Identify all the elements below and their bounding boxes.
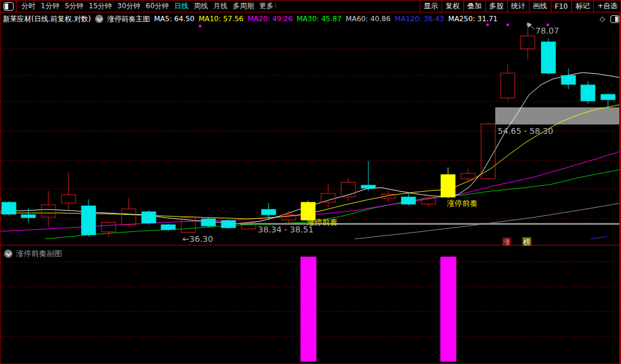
candle-up xyxy=(61,195,76,203)
ma-legend-item: MA20: 49.26 xyxy=(247,15,292,23)
candle-down xyxy=(201,219,215,226)
ma-legend-item: MA30: 45.87 xyxy=(297,15,342,23)
ma-legend-item: MA10: 57.56 xyxy=(198,15,243,23)
chart-legend-row: 新莱应材(日线.前复权.对数) 涨停前奏主图 MA5: 64.50MA10: 5… xyxy=(3,14,619,24)
signal-bar xyxy=(440,257,456,362)
ma-legend-item: MA120: 36.43 xyxy=(395,15,444,23)
main-indicator-label: 涨停前奏主图 xyxy=(107,14,150,24)
zhang-badge[interactable]: 涨 xyxy=(502,237,511,246)
ma-legend-item: MA250: 31.71 xyxy=(448,15,498,23)
menubar-divider xyxy=(16,1,17,12)
candle-down xyxy=(361,185,375,188)
sidebar-toggle-icon[interactable] xyxy=(4,2,14,11)
candle-down xyxy=(221,221,236,228)
ma-line-ma30 xyxy=(45,169,621,239)
ma-line-ma5 xyxy=(1,73,621,224)
chevron-down-icon[interactable] xyxy=(95,15,103,23)
menu-button-+自选[interactable]: +自选 xyxy=(593,1,621,12)
sub-chart-pane: 涨停前奏副图 xyxy=(1,245,621,363)
chevron-right-icon: 〉 xyxy=(274,3,280,9)
bang-badge[interactable]: 榜 xyxy=(522,237,531,246)
top-menubar: 分时1分钟5分钟15分钟30分钟60分钟日线周线月线多周期更多〉 显示复权叠加多… xyxy=(1,1,621,12)
menu-item-60分钟[interactable]: 60分钟 xyxy=(146,1,169,11)
candle-up xyxy=(122,209,136,225)
menu-item-更多[interactable]: 更多〉 xyxy=(259,1,280,11)
candle-down xyxy=(2,202,16,214)
symbol-title: 新莱应材(日线.前复权.对数) xyxy=(3,14,91,24)
menu-item-多周期[interactable]: 多周期 xyxy=(233,1,254,11)
candle-up xyxy=(321,194,335,202)
price-annotation: 78.07 xyxy=(535,26,559,35)
legend-corner: ◇ xyxy=(600,15,619,23)
candle-down xyxy=(262,209,276,215)
tools-menu: 显示复权叠加多股统计画线F10标记+自选 xyxy=(420,1,621,12)
diamond-icon[interactable]: ◇ xyxy=(600,15,605,23)
limit-up-dot xyxy=(486,24,489,26)
chart-right-border xyxy=(619,13,620,363)
main-price-chart[interactable]: 78.0754.65 - 58.3038.34 - 38.51←36.30涨停前… xyxy=(1,13,621,245)
menu-button-F10[interactable]: F10 xyxy=(551,1,571,12)
price-band xyxy=(495,107,621,124)
menu-item-1分钟[interactable]: 1分钟 xyxy=(41,1,60,11)
candle-down xyxy=(561,76,576,84)
price-annotation: 54.65 - 58.30 xyxy=(498,126,553,136)
menu-item-5分钟[interactable]: 5分钟 xyxy=(65,1,84,11)
menu-button-叠加[interactable]: 叠加 xyxy=(463,1,485,12)
sub-indicator-label: 涨停前奏副图 xyxy=(16,248,62,259)
limit-up-dot xyxy=(506,24,509,26)
menu-item-30分钟[interactable]: 30分钟 xyxy=(117,1,140,11)
menu-button-多股[interactable]: 多股 xyxy=(485,1,507,12)
limit-up-dot xyxy=(199,25,201,27)
menu-item-周线[interactable]: 周线 xyxy=(194,1,208,11)
candle-down xyxy=(21,215,35,218)
candle-down xyxy=(142,212,156,223)
candle-up xyxy=(41,205,55,217)
signal-bar xyxy=(300,257,316,362)
menu-item-15分钟[interactable]: 15分钟 xyxy=(89,1,112,11)
menu-button-显示[interactable]: 显示 xyxy=(420,1,442,12)
menu-button-画线[interactable]: 画线 xyxy=(529,1,551,12)
candle-down xyxy=(81,206,96,235)
menu-button-统计[interactable]: 统计 xyxy=(507,1,529,12)
ma-line-ma60 xyxy=(355,203,621,239)
menu-item-日线[interactable]: 日线 xyxy=(174,1,188,11)
menu-button-复权[interactable]: 复权 xyxy=(442,1,463,12)
app-window: 分时1分钟5分钟15分钟30分钟60分钟日线周线月线多周期更多〉 显示复权叠加多… xyxy=(0,0,621,364)
main-chart-pane: 78.0754.65 - 58.3038.34 - 38.51←36.30涨停前… xyxy=(1,13,621,245)
menu-item-分时[interactable]: 分时 xyxy=(21,1,35,11)
candle-down xyxy=(401,197,416,204)
ma-legend-item: MA60: 40.86 xyxy=(346,15,391,23)
candle-signal xyxy=(441,175,455,197)
price-annotation: 38.34 - 38.51 xyxy=(258,225,313,234)
candle-up xyxy=(461,173,475,179)
ma-legend-item: MA5: 64.50 xyxy=(154,15,194,23)
candle-down xyxy=(161,225,175,229)
ma-line-ma120 xyxy=(591,237,607,239)
chevron-down-icon[interactable] xyxy=(4,250,12,258)
candle-up xyxy=(501,73,515,98)
candle-down xyxy=(601,94,615,100)
candle-down xyxy=(541,42,555,73)
signal-label: 涨停前奏 xyxy=(447,199,478,208)
candle-up xyxy=(521,36,535,49)
price-annotation: ←36.30 xyxy=(182,234,213,244)
sub-indicator-chart[interactable] xyxy=(1,245,621,363)
split-panel-icon[interactable] xyxy=(610,15,619,23)
menu-button-标记[interactable]: 标记 xyxy=(571,1,593,12)
menu-item-月线[interactable]: 月线 xyxy=(213,1,227,11)
signal-label: 涨停前奏 xyxy=(307,218,338,227)
sub-chart-header: 涨停前奏副图 xyxy=(4,248,62,259)
ma-legend: MA5: 64.50MA10: 57.56MA20: 49.26MA30: 45… xyxy=(154,15,498,23)
candle-up xyxy=(102,222,116,232)
candle-down xyxy=(581,85,595,101)
period-menu: 分时1分钟5分钟15分钟30分钟60分钟日线周线月线多周期更多〉 xyxy=(21,1,280,11)
